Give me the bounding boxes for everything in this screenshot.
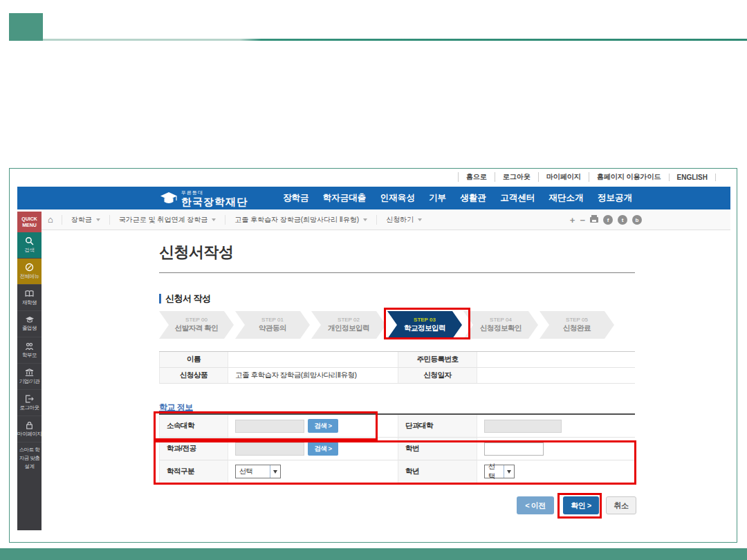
slide-footer-bar [0,548,747,560]
page-tools: + − f t b [570,209,642,230]
quickmenu-item-graduate[interactable]: 졸업생 [17,311,42,337]
status-label: 학적구분 [159,460,228,483]
quickmenu-item-logout[interactable]: 로그아웃 [17,390,42,416]
univ-search-button[interactable]: 검색 > [308,419,338,433]
studentid-input[interactable] [484,442,544,456]
quickmenu-item-search[interactable]: 검색 [17,232,42,259]
page-title: 신청서작성 [159,242,234,263]
dropdown-arrow-icon [270,465,280,478]
facebook-icon[interactable]: f [603,215,613,225]
twitter-icon[interactable]: t [618,215,627,225]
info-rrn-label: 주민등록번호 [398,352,477,368]
logo[interactable]: 푸른등대 한국장학재단 [160,189,248,207]
info-product-label: 신청상품 [159,368,228,384]
breadcrumb-category[interactable]: 국가근로 및 취업연계 장학금 [109,215,225,225]
nav-talent[interactable]: 인재육성 [380,192,415,204]
compass-icon [25,263,34,272]
nav-customer-center[interactable]: 고객센터 [500,192,535,204]
breadcrumb-label: 신청하기 [386,215,414,225]
univ-label: 소속대학 [159,415,228,438]
info-name-value [228,352,398,368]
nav-loans[interactable]: 학자금대출 [323,192,367,204]
step-label: 약관동의 [259,324,286,333]
quickmenu-smart-plan-link[interactable]: 스마트 학자금 맞춤설계 [17,442,42,471]
search-icon [25,236,34,245]
step-00: STEP 00 선발자격 확인 [159,311,234,339]
zoom-in-icon[interactable]: + [570,216,575,225]
quickmenu-item-all-menu[interactable]: 전체메뉴 [17,259,42,285]
step-progress: STEP 00 선발자격 확인 STEP 01 약관동의 STEP 02 개인정… [159,311,627,339]
blog-icon[interactable]: b [632,215,642,225]
website-screenshot-frame: 홈으로 로그아웃 마이페이지 홈페이지 이용가이드 ENGLISH 푸른등대 한… [9,168,737,543]
school-info-title: 학교 정보 [159,402,193,413]
info-date-label: 신청일자 [398,368,477,384]
chevron-down-icon [363,218,367,221]
book-icon [25,290,34,298]
quickmenu-label: 기업/기관 [19,378,40,385]
nav-donation[interactable]: 기부 [429,192,446,204]
link-guide[interactable]: 홈페이지 이용가이드 [589,172,669,182]
nav-disclosure[interactable]: 정보공개 [598,192,632,204]
slide: 홈으로 로그아웃 마이페이지 홈페이지 이용가이드 ENGLISH 푸른등대 한… [0,0,747,560]
link-home[interactable]: 홈으로 [458,172,495,182]
step-03-active: STEP 03 학교정보입력 [387,311,462,339]
univ-input [235,420,304,433]
chevron-down-icon [418,218,422,221]
nav-dormitory[interactable]: 생활관 [460,192,486,204]
confirm-button[interactable]: 확인 > [563,496,599,514]
print-icon[interactable] [590,217,598,223]
step-label: 개인정보입력 [328,324,369,333]
step-04: STEP 04 신청정보확인 [463,311,538,339]
utility-links: 홈으로 로그아웃 마이페이지 홈페이지 이용가이드 ENGLISH [458,172,716,182]
link-mypage[interactable]: 마이페이지 [538,172,589,182]
quickmenu-item-corporate[interactable]: 기업/기관 [17,364,42,390]
breadcrumb-bar: ⌂ 장학금 국가근로 및 취업연계 장학금 고졸 후학습자 장학금(희망사다리 … [42,209,730,230]
major-label: 학과/전공 [159,438,228,460]
status-select-value: 선택 [236,467,270,476]
link-logout[interactable]: 로그아웃 [495,172,538,182]
bank-icon [25,368,34,377]
step-label: 신청정보확인 [480,324,522,333]
logout-icon [25,395,34,403]
slide-divider-line [43,39,747,41]
school-info-table: 소속대학 검색 > 단과대학 학과/전공 검색 > 학번 학적구분 선택 [159,413,635,483]
breadcrumb-scholarship[interactable]: 장학금 [62,215,109,225]
zoom-out-icon[interactable]: − [580,216,585,225]
quick-menu-header: QUICK MENU [17,212,42,232]
status-select[interactable]: 선택 [235,465,281,478]
grade-select[interactable]: 선택 [484,465,515,478]
logo-title: 한국장학재단 [181,196,248,207]
quickmenu-item-mypage[interactable]: 마이페이지 [17,416,42,442]
step-02: STEP 02 개인정보입력 [311,311,386,339]
studentid-label: 학번 [398,438,477,460]
quickmenu-item-enrolled[interactable]: 재학생 [17,285,42,311]
home-icon[interactable]: ⌂ [42,214,62,225]
quickmenu-label: 로그아웃 [20,404,39,411]
major-search-button[interactable]: 검색 > [308,442,338,456]
nav-scholarship[interactable]: 장학금 [283,192,309,204]
breadcrumb-product[interactable]: 고졸 후학습자 장학금(희망사다리 Ⅱ유형) [225,215,376,225]
college-cell [477,415,635,438]
step-01: STEP 01 약관동의 [235,311,310,339]
chevron-down-icon [212,218,216,221]
prev-button[interactable]: < 이전 [517,496,554,514]
step-number: STEP 03 [414,317,436,323]
section-heading: 신청서 작성 [159,292,211,305]
grade-cell: 선택 [477,460,635,483]
step-number: STEP 01 [261,317,284,323]
section-heading-label: 신청서 작성 [165,292,211,305]
info-product-value: 고졸 후학습자 장학금(희망사다리Ⅱ유형) [228,368,398,384]
title-divider [159,272,635,273]
quickmenu-label: 마이페이지 [17,431,42,438]
step-number: STEP 00 [185,317,208,323]
step-05: STEP 05 신청완료 [540,311,614,339]
cancel-button[interactable]: 취소 [606,496,636,514]
link-english[interactable]: ENGLISH [669,174,716,181]
people-icon [25,342,34,351]
quickmenu-label: 재학생 [22,299,37,306]
quickmenu-item-parents[interactable]: 학부모 [17,337,42,364]
step-label: 선발자격 확인 [175,324,218,333]
grade-label: 학년 [398,460,477,483]
breadcrumb-apply[interactable]: 신청하기 [376,215,431,225]
nav-about[interactable]: 재단소개 [549,192,584,204]
